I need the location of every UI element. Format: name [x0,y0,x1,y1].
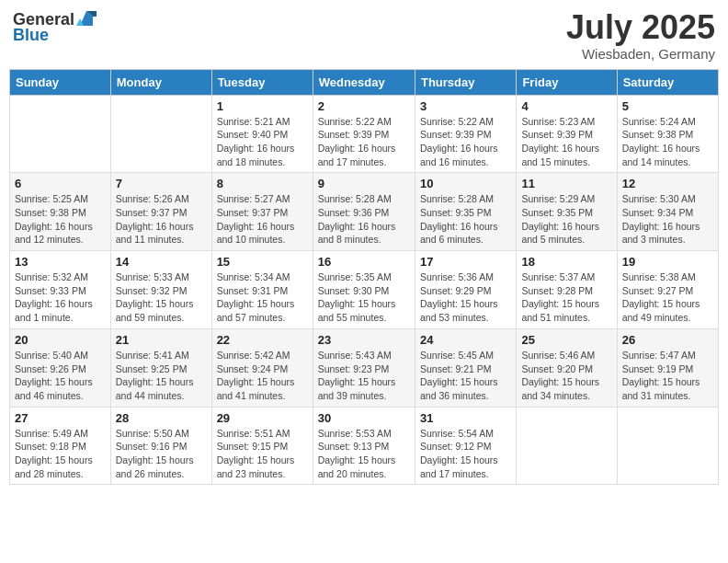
weekday-header-cell: Saturday [617,69,718,95]
calendar-day-cell: 9Sunrise: 5:28 AM Sunset: 9:36 PM Daylig… [313,173,415,251]
day-info: Sunrise: 5:38 AM Sunset: 9:27 PM Dayligh… [622,270,713,325]
day-info: Sunrise: 5:22 AM Sunset: 9:39 PM Dayligh… [318,115,410,169]
day-number: 13 [15,255,106,269]
weekday-header-row: SundayMondayTuesdayWednesdayThursdayFrid… [10,69,719,95]
calendar-day-cell: 24Sunrise: 5:45 AM Sunset: 9:21 PM Dayli… [415,328,516,407]
calendar-day-cell: 16Sunrise: 5:35 AM Sunset: 9:30 PM Dayli… [313,251,415,329]
calendar-day-cell: 4Sunrise: 5:23 AM Sunset: 9:39 PM Daylig… [517,95,617,173]
day-info: Sunrise: 5:46 AM Sunset: 9:20 PM Dayligh… [521,349,611,403]
page-header: General Blue July 2025 Wiesbaden, German… [9,9,719,62]
day-info: Sunrise: 5:22 AM Sunset: 9:39 PM Dayligh… [420,115,511,169]
day-info: Sunrise: 5:49 AM Sunset: 9:18 PM Dayligh… [15,427,106,481]
day-info: Sunrise: 5:25 AM Sunset: 9:38 PM Dayligh… [15,192,106,247]
day-info: Sunrise: 5:47 AM Sunset: 9:19 PM Dayligh… [622,349,713,403]
day-number: 7 [116,177,207,190]
calendar-day-cell: 11Sunrise: 5:29 AM Sunset: 9:35 PM Dayli… [517,173,617,251]
calendar-day-cell [617,407,718,485]
day-number: 19 [622,255,713,269]
day-number: 21 [116,333,207,347]
calendar-week-row: 27Sunrise: 5:49 AM Sunset: 9:18 PM Dayli… [10,407,719,485]
day-info: Sunrise: 5:32 AM Sunset: 9:33 PM Dayligh… [15,270,106,325]
day-number: 4 [521,99,611,113]
calendar-week-row: 20Sunrise: 5:40 AM Sunset: 9:26 PM Dayli… [10,328,719,407]
calendar-day-cell: 6Sunrise: 5:25 AM Sunset: 9:38 PM Daylig… [10,173,111,251]
day-info: Sunrise: 5:29 AM Sunset: 9:35 PM Dayligh… [521,192,611,247]
day-info: Sunrise: 5:24 AM Sunset: 9:38 PM Dayligh… [622,115,713,169]
weekday-header-cell: Sunday [10,69,111,95]
day-info: Sunrise: 5:35 AM Sunset: 9:30 PM Dayligh… [318,270,410,325]
calendar-day-cell [110,95,211,173]
calendar-week-row: 1Sunrise: 5:21 AM Sunset: 9:40 PM Daylig… [10,95,719,173]
calendar-day-cell: 28Sunrise: 5:50 AM Sunset: 9:16 PM Dayli… [110,407,211,485]
logo-icon [76,9,97,29]
weekday-header-cell: Tuesday [211,69,313,95]
day-info: Sunrise: 5:41 AM Sunset: 9:25 PM Dayligh… [116,349,207,403]
day-number: 15 [217,255,308,269]
day-number: 8 [217,177,308,190]
calendar-table: SundayMondayTuesdayWednesdayThursdayFrid… [9,69,719,486]
calendar-day-cell [517,407,617,485]
day-info: Sunrise: 5:28 AM Sunset: 9:35 PM Dayligh… [420,192,511,247]
calendar-day-cell: 30Sunrise: 5:53 AM Sunset: 9:13 PM Dayli… [313,407,415,485]
day-number: 3 [420,99,511,113]
month-title: July 2025 [566,9,715,46]
day-number: 28 [116,411,207,425]
calendar-day-cell: 26Sunrise: 5:47 AM Sunset: 9:19 PM Dayli… [617,328,718,407]
day-number: 11 [521,177,611,190]
calendar-day-cell: 23Sunrise: 5:43 AM Sunset: 9:23 PM Dayli… [313,328,415,407]
calendar-day-cell: 10Sunrise: 5:28 AM Sunset: 9:35 PM Dayli… [415,173,516,251]
day-info: Sunrise: 5:30 AM Sunset: 9:34 PM Dayligh… [622,192,713,247]
day-info: Sunrise: 5:27 AM Sunset: 9:37 PM Dayligh… [217,192,308,247]
day-info: Sunrise: 5:28 AM Sunset: 9:36 PM Dayligh… [318,192,410,247]
calendar-week-row: 6Sunrise: 5:25 AM Sunset: 9:38 PM Daylig… [10,173,719,251]
weekday-header-cell: Friday [517,69,617,95]
calendar-day-cell: 7Sunrise: 5:26 AM Sunset: 9:37 PM Daylig… [110,173,211,251]
day-info: Sunrise: 5:23 AM Sunset: 9:39 PM Dayligh… [521,115,611,169]
day-number: 14 [116,255,207,269]
day-info: Sunrise: 5:21 AM Sunset: 9:40 PM Dayligh… [217,115,308,169]
calendar-day-cell: 20Sunrise: 5:40 AM Sunset: 9:26 PM Dayli… [10,328,111,407]
day-number: 25 [521,333,611,347]
weekday-header-cell: Wednesday [313,69,415,95]
day-info: Sunrise: 5:26 AM Sunset: 9:37 PM Dayligh… [116,192,207,247]
calendar-day-cell: 1Sunrise: 5:21 AM Sunset: 9:40 PM Daylig… [211,95,313,173]
calendar-day-cell: 14Sunrise: 5:33 AM Sunset: 9:32 PM Dayli… [110,251,211,329]
day-number: 1 [217,99,308,113]
day-info: Sunrise: 5:33 AM Sunset: 9:32 PM Dayligh… [116,270,207,325]
logo: General Blue [13,9,97,45]
logo-blue: Blue [13,26,49,45]
calendar-day-cell: 25Sunrise: 5:46 AM Sunset: 9:20 PM Dayli… [517,328,617,407]
calendar-day-cell: 15Sunrise: 5:34 AM Sunset: 9:31 PM Dayli… [211,251,313,329]
day-number: 10 [420,177,511,190]
calendar-day-cell: 22Sunrise: 5:42 AM Sunset: 9:24 PM Dayli… [211,328,313,407]
title-block: July 2025 Wiesbaden, Germany [566,9,715,62]
day-number: 9 [318,177,410,190]
day-info: Sunrise: 5:50 AM Sunset: 9:16 PM Dayligh… [116,427,207,481]
calendar-day-cell: 5Sunrise: 5:24 AM Sunset: 9:38 PM Daylig… [617,95,718,173]
day-number: 12 [622,177,713,190]
day-number: 22 [217,333,308,347]
day-number: 31 [420,411,511,425]
calendar-day-cell: 19Sunrise: 5:38 AM Sunset: 9:27 PM Dayli… [617,251,718,329]
day-info: Sunrise: 5:43 AM Sunset: 9:23 PM Dayligh… [318,349,410,403]
day-number: 24 [420,333,511,347]
calendar-week-row: 13Sunrise: 5:32 AM Sunset: 9:33 PM Dayli… [10,251,719,329]
day-number: 18 [521,255,611,269]
day-number: 16 [318,255,410,269]
day-info: Sunrise: 5:34 AM Sunset: 9:31 PM Dayligh… [217,270,308,325]
calendar-day-cell: 17Sunrise: 5:36 AM Sunset: 9:29 PM Dayli… [415,251,516,329]
day-info: Sunrise: 5:45 AM Sunset: 9:21 PM Dayligh… [420,349,511,403]
calendar-day-cell [10,95,111,173]
calendar-body: 1Sunrise: 5:21 AM Sunset: 9:40 PM Daylig… [10,95,719,485]
day-number: 5 [622,99,713,113]
calendar-day-cell: 21Sunrise: 5:41 AM Sunset: 9:25 PM Dayli… [110,328,211,407]
calendar-day-cell: 12Sunrise: 5:30 AM Sunset: 9:34 PM Dayli… [617,173,718,251]
day-number: 30 [318,411,410,425]
weekday-header-cell: Thursday [415,69,516,95]
day-info: Sunrise: 5:54 AM Sunset: 9:12 PM Dayligh… [420,427,511,481]
day-number: 29 [217,411,308,425]
weekday-header-cell: Monday [110,69,211,95]
calendar-day-cell: 8Sunrise: 5:27 AM Sunset: 9:37 PM Daylig… [211,173,313,251]
day-number: 17 [420,255,511,269]
day-info: Sunrise: 5:53 AM Sunset: 9:13 PM Dayligh… [318,427,410,481]
